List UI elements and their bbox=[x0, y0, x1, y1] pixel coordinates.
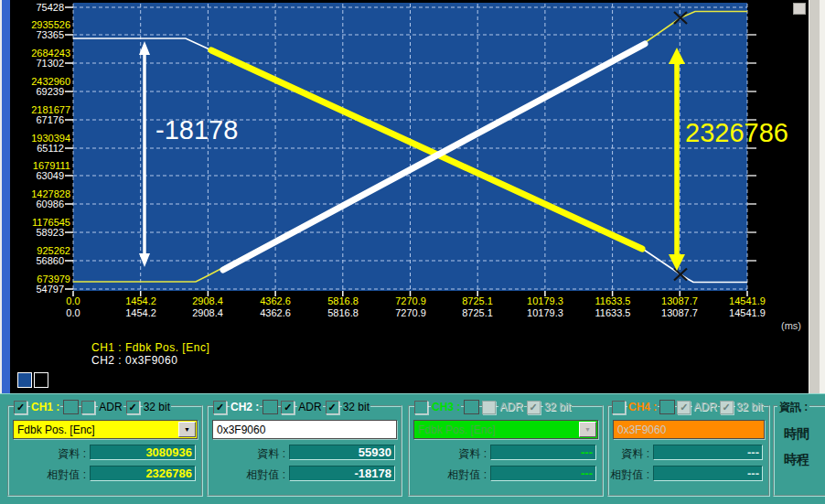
x-axis-label-ch2: 5816.8 bbox=[314, 308, 372, 318]
ch1-data-row: 資料 : 3080936 bbox=[9, 445, 201, 461]
ch4-relative-row: 相對值 : --- bbox=[609, 466, 768, 482]
ch4-relative-label: 相對值 : bbox=[609, 467, 649, 483]
chevron-down-icon: ▼ bbox=[579, 422, 596, 437]
right-ticks bbox=[747, 35, 756, 261]
ch3-header: CH3 : ADR ✓ 32 bit bbox=[414, 400, 572, 414]
right-scroll-strip[interactable] bbox=[809, 0, 820, 393]
y-axis-label-ch2: 65112 bbox=[9, 144, 64, 154]
ch2-relative-value: -18178 bbox=[289, 466, 395, 481]
info-title: 資訊 : bbox=[777, 400, 809, 415]
ch2-32bit-label: 32 bit bbox=[342, 401, 370, 413]
ch2-enable-checkbox[interactable]: ✓ bbox=[213, 401, 227, 414]
x-axis-label-ch2: 11633.5 bbox=[584, 308, 642, 318]
ch3-source-value: Fdbk Pos. [Enc] bbox=[414, 424, 496, 436]
ch2-data-value: 55930 bbox=[289, 445, 395, 460]
ch1-32bit-checkbox[interactable]: ✓ bbox=[126, 401, 140, 414]
ch3-color-swatch[interactable] bbox=[464, 400, 479, 414]
ch4-adr-checkbox: ✓ bbox=[677, 401, 691, 414]
ch3-source-dropdown: Fdbk Pos. [Enc] ▼ bbox=[413, 420, 598, 439]
ch3-relative-row: 相對值 : --- bbox=[410, 466, 602, 482]
x-axis-label-ch1: 2908.4 bbox=[178, 296, 237, 306]
y-axis-label-ch2: 58923 bbox=[9, 228, 64, 238]
y-axis-label-ch2: 75428 bbox=[9, 3, 64, 13]
ch2-adr-checkbox[interactable]: ✓ bbox=[281, 401, 295, 414]
ch2-color-swatch[interactable] bbox=[262, 400, 278, 414]
ch2-header: ✓ CH2 : ✓ ADR ✓ 32 bit bbox=[213, 400, 370, 414]
ch1-data-value: 3080936 bbox=[90, 445, 196, 460]
legend-ch2: CH2 : 0x3F9060 bbox=[91, 355, 177, 367]
ch4-enable-checkbox[interactable] bbox=[612, 401, 626, 414]
info-time-label: 時間 bbox=[784, 426, 809, 443]
channel-panel: ✓ CH1 : ADR ✓ 32 bit Fdbk Pos. [Enc] ▼ 資… bbox=[0, 393, 825, 504]
x-axis-label-ch1: 1454.2 bbox=[112, 296, 170, 306]
y-axis-label-ch2: 73365 bbox=[9, 30, 64, 40]
scope-app-window: 75428 2935526 73365 2684243 71302 243296… bbox=[0, 0, 825, 504]
ch4-header: CH4 : ✓ ADR ✓ 32 bit bbox=[612, 400, 764, 414]
ch2-relative-row: 相對值 : -18178 bbox=[209, 466, 401, 482]
ch1-source-dropdown[interactable]: Fdbk Pos. [Enc] ▼ bbox=[13, 420, 198, 439]
ch3-relative-value: --- bbox=[490, 466, 596, 481]
ch3-data-value: --- bbox=[490, 445, 596, 460]
ch1-adr-checkbox[interactable] bbox=[81, 401, 95, 414]
ch3-enable-checkbox[interactable] bbox=[414, 401, 428, 414]
x-axis-label-ch2: 7270.9 bbox=[381, 308, 440, 318]
x-axis-label-ch1: 13087.7 bbox=[650, 296, 709, 306]
plot-color-square-blue[interactable] bbox=[17, 372, 32, 388]
ch3-data-label: 資料 : bbox=[410, 446, 487, 462]
ch3-relative-label: 相對值 : bbox=[410, 467, 487, 483]
scope-canvas[interactable] bbox=[0, 0, 825, 393]
ch3-32bit-label: 32 bit bbox=[543, 401, 572, 413]
ch4-address-value: 0x3F9060 bbox=[614, 424, 666, 436]
ch1-header: ✓ CH1 : ADR ✓ 32 bit bbox=[14, 400, 171, 414]
channel-group-ch2: ✓ CH2 : ✓ ADR ✓ 32 bit 0x3F9060 資料 : 559… bbox=[207, 405, 402, 497]
ch1-color-swatch[interactable] bbox=[63, 400, 79, 414]
ch3-32bit-checkbox: ✓ bbox=[527, 401, 541, 414]
legend-ch1: CH1 : Fdbk Pos. [Enc] bbox=[91, 342, 209, 354]
x-axis-label-ch2: 13087.7 bbox=[650, 308, 709, 318]
ch3-adr-label: ADR bbox=[498, 401, 523, 413]
info-group: 資訊 : 時間 時程 bbox=[773, 405, 825, 497]
ch2-delta-annotation: -18178 bbox=[155, 116, 238, 144]
y-axis-label-ch2: 56860 bbox=[9, 256, 64, 266]
x-axis-label-ch1: 7270.9 bbox=[381, 296, 440, 306]
ch1-relative-row: 相對值 : 2326786 bbox=[9, 466, 201, 482]
ch2-address-value: 0x3F9060 bbox=[213, 424, 265, 436]
x-axis-unit: (ms) bbox=[746, 320, 801, 331]
ch1-enable-checkbox[interactable]: ✓ bbox=[14, 401, 27, 414]
y-axis-label-ch2: 71302 bbox=[9, 59, 64, 69]
x-axis-label-ch2: 14541.9 bbox=[718, 308, 777, 318]
y-axis-label-ch2: 69239 bbox=[9, 87, 64, 97]
channel-group-ch1: ✓ CH1 : ADR ✓ 32 bit Fdbk Pos. [Enc] ▼ 資… bbox=[7, 405, 203, 497]
y-axis-label-ch2: 63049 bbox=[9, 171, 64, 181]
x-axis-label-ch2: 10179.3 bbox=[516, 308, 574, 318]
ch1-32bit-label: 32 bit bbox=[143, 401, 171, 413]
window-right-edge bbox=[819, 0, 825, 393]
ch2-data-label: 資料 : bbox=[209, 446, 285, 462]
x-axis-label-ch1: 5816.8 bbox=[314, 296, 372, 306]
ch4-data-row: 資料 : --- bbox=[609, 445, 768, 461]
ch2-relative-label: 相對值 : bbox=[209, 467, 285, 483]
chevron-down-icon[interactable]: ▼ bbox=[178, 422, 196, 437]
x-axis-label-ch2: 0.0 bbox=[44, 308, 102, 318]
ch4-adr-label: ADR bbox=[692, 401, 717, 413]
ch4-data-value: --- bbox=[653, 445, 763, 460]
x-axis-label-ch1: 8725.1 bbox=[448, 296, 507, 306]
ch1-relative-value: 2326786 bbox=[90, 466, 196, 481]
info-duration-label: 時程 bbox=[784, 452, 809, 468]
ch4-color-swatch[interactable] bbox=[659, 400, 675, 414]
x-axis-label-ch1: 10179.3 bbox=[516, 296, 574, 306]
ch2-32bit-checkbox[interactable]: ✓ bbox=[326, 401, 339, 414]
y-axis-label-ch2: 67176 bbox=[9, 115, 64, 125]
ch2-adr-label: ADR bbox=[297, 401, 322, 413]
x-axis-label-ch1: 14541.9 bbox=[718, 296, 777, 306]
scroll-corner-button[interactable] bbox=[793, 3, 806, 15]
x-axis-label-ch2: 8725.1 bbox=[448, 308, 507, 318]
ch1-delta-annotation: 2326786 bbox=[685, 119, 788, 146]
plot-color-square-black[interactable] bbox=[34, 372, 48, 388]
x-axis-label-ch2: 4362.6 bbox=[246, 308, 305, 318]
channel-group-ch4: CH4 : ✓ ADR ✓ 32 bit 0x3F9060 資料 : --- 相… bbox=[607, 405, 770, 497]
ch4-label: CH4 : bbox=[627, 401, 658, 413]
ch2-data-row: 資料 : 55930 bbox=[209, 445, 401, 461]
ch2-address-input[interactable]: 0x3F9060 bbox=[212, 420, 397, 439]
ch4-address-input: 0x3F9060 bbox=[613, 420, 765, 439]
